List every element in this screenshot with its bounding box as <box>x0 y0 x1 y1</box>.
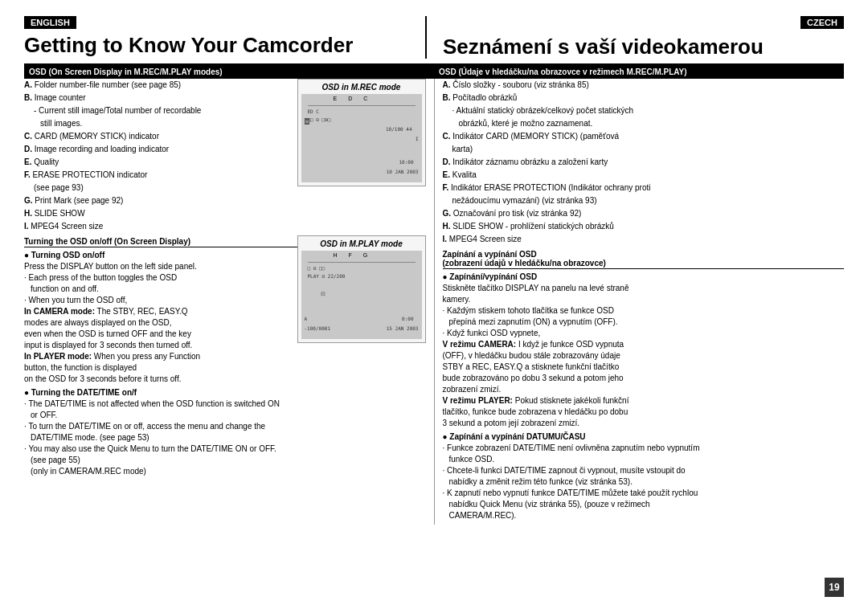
bullet-osd-onoff-cz: ● Zapínání/vypínání OSD Stiskněte tlačít… <box>443 272 845 429</box>
list-item: obrázků, které je možno zaznamenat. <box>443 117 845 129</box>
list-item: A. Číslo složky - souboru (viz stránka 8… <box>443 79 845 91</box>
bullet-osd-content-cz: Stiskněte tlačítko DISPLAY na panelu na … <box>443 283 845 429</box>
header: ENGLISH Getting to Know Your Camcorder C… <box>24 0 844 65</box>
list-item: karta) <box>443 143 845 155</box>
osd-mrec-title: OSD in M.REC mode <box>301 83 422 92</box>
bullet-datetime-cz: ● Zapínání a vypínání DATUMU/ČASU · Funk… <box>443 432 845 521</box>
header-right: CZECH Seznámení s vaší videokamerou <box>427 16 844 59</box>
section-turning-osd-cz: Zapínání a vypínání OSD (zobrazení údajů… <box>443 250 845 269</box>
osd-mrec-box: OSD in M.REC mode E D C ED C □□ ⊟ □⊞□ 10… <box>297 79 426 186</box>
title-czech: Seznámení s vaší videokamerou <box>443 35 844 59</box>
osd-mplay-box: OSD in M.PLAY mode H F G □ ⊟ □□ PLAY ⊟ 2… <box>297 235 426 343</box>
osd-mplay-letters: H F G <box>334 252 368 258</box>
list-item: B. Počítadlo obrázků <box>443 92 845 104</box>
list-item: I. MPEG4 Screen size <box>24 220 426 232</box>
osd-bars: OSD (On Screen Display in M.REC/M.PLAY m… <box>24 65 844 79</box>
list-item: F. Indikátor ERASE PROTECTION (Indikátor… <box>443 182 845 194</box>
osd-mplay-title: OSD in M.PLAY mode <box>301 239 422 248</box>
bullet-datetime-title: ● Turning the DATE/TIME on/f <box>24 388 426 397</box>
osd-mplay-image-container: OSD in M.PLAY mode H F G □ ⊟ □□ PLAY ⊟ 2… <box>297 235 426 348</box>
lang-badge-czech: CZECH <box>800 16 844 29</box>
osd-bar-czech: OSD (Údaje v hledáčku/na obrazovce v rež… <box>434 65 844 79</box>
list-item: I. MPEG4 Screen size <box>443 233 845 245</box>
content-left: OSD in M.REC mode E D C ED C □□ ⊟ □⊞□ 10… <box>24 79 435 525</box>
items-list-cz: A. Číslo složky - souboru (viz stránka 8… <box>443 79 845 245</box>
list-item: H. SLIDE SHOW <box>24 207 426 219</box>
title-english: Getting to Know Your Camcorder <box>24 34 425 57</box>
list-item: E. Kvalita <box>443 169 845 181</box>
osd-mplay-screen: H F G □ ⊟ □□ PLAY ⊟ 22/200 ⊟ A 0:00 15 J… <box>301 251 422 339</box>
bullet-datetime-title-cz: ● Zapínání a vypínání DATUMU/ČASU <box>443 432 845 441</box>
osd-mrec-image-container: OSD in M.REC mode E D C ED C □□ ⊟ □⊞□ 10… <box>297 79 426 191</box>
list-item: · Aktuální statický obrázek/celkový poče… <box>443 104 845 116</box>
main-content: OSD in M.REC mode E D C ED C □□ ⊟ □⊞□ 10… <box>24 79 844 525</box>
list-item: nežádoucímu vymazání) (viz stránka 93) <box>443 194 845 206</box>
lang-badge-english: ENGLISH <box>24 16 76 29</box>
bullet-datetime: ● Turning the DATE/TIME on/f · The DATE/… <box>24 388 426 477</box>
page-number: 19 <box>825 578 844 597</box>
list-item: G. Print Mark (see page 92) <box>24 194 426 206</box>
list-item: C. Indikátor CARD (MEMORY STICK) (paměťo… <box>443 130 845 142</box>
header-left: ENGLISH Getting to Know Your Camcorder <box>24 16 425 57</box>
list-item: D. Indikátor záznamu obrázku a založení … <box>443 156 845 168</box>
list-item: H. SLIDE SHOW - prohlížení statických ob… <box>443 220 845 232</box>
osd-mrec-letters: E D C <box>334 96 368 101</box>
bullet-osd-title-cz: ● Zapínání/vypínání OSD <box>443 272 845 281</box>
list-item: G. Označování pro tisk (viz stránka 92) <box>443 207 845 219</box>
content-right: A. Číslo složky - souboru (viz stránka 8… <box>435 79 845 525</box>
osd-bar-english: OSD (On Screen Display in M.REC/M.PLAY m… <box>24 65 434 79</box>
osd-mrec-screen: E D C ED C □□ ⊟ □⊞□ 10/100 44 I 10:00 10… <box>301 94 422 182</box>
bullet-datetime-content: · The DATE/TIME is not affected when the… <box>24 398 426 477</box>
page: ENGLISH Getting to Know Your Camcorder C… <box>0 0 868 613</box>
bullet-datetime-content-cz: · Funkce zobrazení DATE/TIME není ovlivn… <box>443 443 845 521</box>
